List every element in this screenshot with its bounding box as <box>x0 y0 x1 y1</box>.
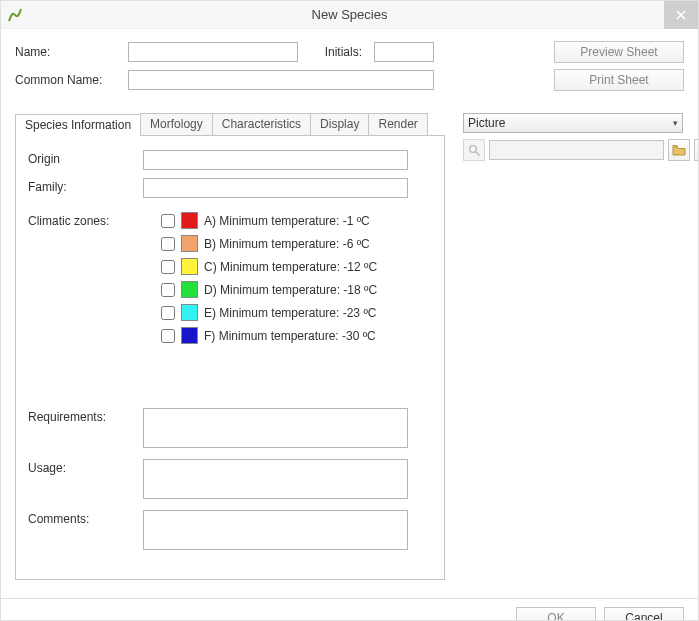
climatic-zone-row: C) Minimum temperature: -12 ºC <box>161 258 432 275</box>
picture-path-input <box>489 140 664 160</box>
family-input[interactable] <box>143 178 408 198</box>
requirements-label: Requirements: <box>28 408 143 424</box>
zone-text: D) Minimum temperature: -18 ºC <box>204 283 377 297</box>
zone-color-swatch <box>181 327 198 344</box>
cancel-button[interactable]: Cancel <box>604 607 684 621</box>
usage-input[interactable] <box>143 459 408 499</box>
search-icon <box>463 139 485 161</box>
climatic-zone-row: E) Minimum temperature: -23 ºC <box>161 304 432 321</box>
origin-label: Origin <box>28 150 143 166</box>
climatic-zone-row: D) Minimum temperature: -18 ºC <box>161 281 432 298</box>
zone-text: E) Minimum temperature: -23 ºC <box>204 306 376 320</box>
svg-point-0 <box>469 145 476 152</box>
common-name-label: Common Name: <box>15 73 120 87</box>
zone-text: F) Minimum temperature: -30 ºC <box>204 329 376 343</box>
comments-input[interactable] <box>143 510 408 550</box>
tab-render[interactable]: Render <box>368 113 427 135</box>
title-bar: New Species <box>1 1 698 29</box>
climatic-zone-row: F) Minimum temperature: -30 ºC <box>161 327 432 344</box>
window-title: New Species <box>1 7 698 22</box>
tab-species-information[interactable]: Species Information <box>15 114 141 136</box>
tab-characteristics[interactable]: Characteristics <box>212 113 311 135</box>
zone-checkbox[interactable] <box>161 214 175 228</box>
initials-label: Initials: <box>306 45 366 59</box>
zone-checkbox[interactable] <box>161 306 175 320</box>
preview-sheet-button[interactable]: Preview Sheet <box>554 41 684 63</box>
zone-color-swatch <box>181 212 198 229</box>
climatic-zones-label: Climatic zones: <box>28 212 143 228</box>
chevron-down-icon: ▾ <box>673 118 678 128</box>
ok-button[interactable]: OK <box>516 607 596 621</box>
origin-input[interactable] <box>143 150 408 170</box>
zone-text: C) Minimum temperature: -12 ºC <box>204 260 377 274</box>
name-input[interactable] <box>128 42 298 62</box>
requirements-input[interactable] <box>143 408 408 448</box>
print-sheet-button[interactable]: Print Sheet <box>554 69 684 91</box>
zone-checkbox[interactable] <box>161 237 175 251</box>
zone-color-swatch <box>181 235 198 252</box>
zone-color-swatch <box>181 281 198 298</box>
separator <box>1 598 698 599</box>
zone-checkbox[interactable] <box>161 260 175 274</box>
zone-text: B) Minimum temperature: -6 ºC <box>204 237 370 251</box>
picture-combo-label: Picture <box>468 116 505 130</box>
tab-strip: Species Information Morfology Characteri… <box>15 113 445 135</box>
zone-color-swatch <box>181 258 198 275</box>
svg-line-1 <box>476 152 480 156</box>
climatic-zone-row: A) Minimum temperature: -1 ºC <box>161 212 432 229</box>
climatic-zone-row: B) Minimum temperature: -6 ºC <box>161 235 432 252</box>
picture-combo[interactable]: Picture ▾ <box>463 113 683 133</box>
close-button[interactable] <box>664 1 698 29</box>
zone-checkbox[interactable] <box>161 283 175 297</box>
tab-morfology[interactable]: Morfology <box>140 113 213 135</box>
family-label: Family: <box>28 178 143 194</box>
delete-picture-button[interactable] <box>694 139 699 161</box>
initials-input[interactable] <box>374 42 434 62</box>
comments-label: Comments: <box>28 510 143 526</box>
tab-body: Origin Family: Climatic zones: A) Minimu… <box>15 135 445 580</box>
usage-label: Usage: <box>28 459 143 475</box>
browse-folder-button[interactable] <box>668 139 690 161</box>
name-label: Name: <box>15 45 120 59</box>
tab-display[interactable]: Display <box>310 113 369 135</box>
common-name-input[interactable] <box>128 70 434 90</box>
zone-color-swatch <box>181 304 198 321</box>
climatic-zone-list: A) Minimum temperature: -1 ºCB) Minimum … <box>161 212 432 350</box>
zone-checkbox[interactable] <box>161 329 175 343</box>
zone-text: A) Minimum temperature: -1 ºC <box>204 214 370 228</box>
